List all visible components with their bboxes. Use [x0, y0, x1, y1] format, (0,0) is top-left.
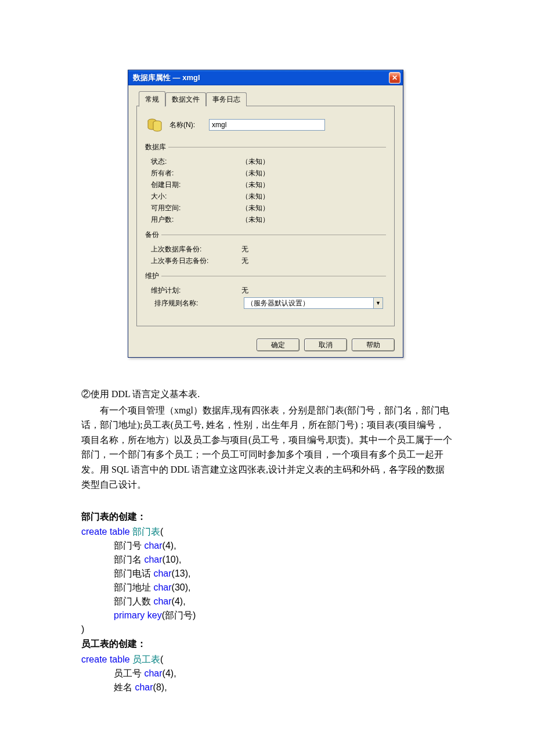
usercount-label: 用户数:: [149, 214, 241, 225]
tab-datafiles[interactable]: 数据文件: [165, 92, 206, 106]
kw-create-table: create table: [81, 527, 130, 537]
body-paragraph-1: 有一个项目管理（xmgl）数据库,现有四张表，分别是部门表(部门号，部门名，部门…: [81, 403, 453, 492]
help-button[interactable]: 帮助: [352, 339, 395, 351]
dept-col-3: 部门电话: [114, 568, 153, 578]
owner-value: （未知）: [241, 167, 385, 179]
dialog-button-row: 确定 取消 帮助: [128, 333, 403, 357]
dept-col-1-type: (4),: [163, 541, 176, 550]
name-input[interactable]: [209, 119, 325, 131]
freespace-label: 可用空间:: [149, 202, 241, 214]
name-label: 名称(N):: [169, 120, 209, 130]
maintplan-value: 无: [241, 285, 385, 296]
open-paren-2: (: [160, 654, 163, 664]
section-database: 数据库 状态:（未知） 所有者:（未知） 创建日期:（未知） 大小:（未知） 可…: [145, 142, 386, 226]
sql-dept: create table 部门表( 部门号 char(4), 部门名 char(…: [81, 525, 453, 636]
kw-char: char: [153, 568, 171, 578]
dept-pk: (部门号): [162, 610, 196, 620]
section-maintenance-legend: 维护: [145, 271, 161, 281]
lead-paragraph: ②使用 DDL 语言定义基本表.: [81, 387, 453, 402]
dept-col-1: 部门号: [114, 541, 144, 550]
status-value: （未知）: [241, 156, 385, 167]
dept-col-4-type: (30),: [172, 582, 191, 592]
emp-col-2-type: (8),: [153, 682, 167, 692]
tab-panel-general: 名称(N): 数据库 状态:（未知） 所有者:（未知） 创建日期:（未知） 大小…: [136, 106, 395, 326]
kw-primary-key: primary key: [114, 610, 162, 620]
freespace-value: （未知）: [241, 202, 385, 214]
section-database-legend: 数据库: [145, 142, 168, 152]
lastlogbackup-value: 无: [241, 255, 385, 267]
dept-col-4: 部门地址: [114, 582, 153, 592]
owner-label: 所有者:: [149, 167, 241, 179]
open-paren: (: [160, 527, 163, 537]
database-icon: [145, 116, 164, 134]
section-backup-legend: 备份: [145, 230, 161, 240]
maintplan-label: 维护计划:: [149, 285, 241, 296]
sql-emp: create table 员工表( 员工号 char(4), 姓名 char(8…: [81, 653, 453, 694]
heading-dept: 部门表的创建：: [81, 509, 453, 524]
size-value: （未知）: [241, 190, 385, 202]
tab-strip: 常规 数据文件 事务日志: [139, 91, 395, 106]
heading-emp: 员工表的创建：: [81, 636, 453, 651]
emp-col-1-type: (4),: [163, 668, 176, 678]
window-title: 数据库属性 — xmgl: [133, 73, 389, 83]
lastdbbackup-value: 无: [241, 243, 385, 255]
tab-general[interactable]: 常规: [139, 91, 165, 107]
lastlogbackup-label: 上次事务日志备份:: [149, 255, 241, 267]
tbl-emp: 员工表: [130, 654, 160, 664]
created-label: 创建日期:: [149, 179, 241, 190]
cancel-button[interactable]: 取消: [304, 339, 347, 351]
section-maintenance: 维护 维护计划:无 排序规则名称: （服务器默认设置） ▼: [145, 271, 386, 310]
collation-select[interactable]: （服务器默认设置） ▼: [244, 297, 383, 309]
emp-col-2: 姓名: [114, 682, 135, 692]
dept-col-3-type: (13),: [172, 568, 191, 578]
created-value: （未知）: [241, 179, 385, 190]
size-label: 大小:: [149, 190, 241, 202]
kw-char: char: [144, 541, 162, 550]
kw-char: char: [153, 596, 171, 606]
emp-col-1: 员工号: [114, 668, 144, 678]
close-button[interactable]: ✕: [389, 72, 400, 84]
db-properties-dialog: 数据库属性 — xmgl ✕ 常规 数据文件 事务日志: [128, 70, 403, 358]
document-body: ②使用 DDL 语言定义基本表. 有一个项目管理（xmgl）数据库,现有四张表，…: [81, 387, 453, 694]
lastdbbackup-label: 上次数据库备份:: [149, 243, 241, 255]
dept-col-5: 部门人数: [114, 596, 153, 606]
section-backup: 备份 上次数据库备份:无 上次事务日志备份:无: [145, 230, 386, 268]
ok-button[interactable]: 确定: [257, 339, 300, 351]
tbl-dept: 部门表: [130, 527, 160, 537]
usercount-value: （未知）: [241, 214, 385, 225]
kw-char: char: [153, 582, 171, 592]
collation-value: （服务器默认设置）: [244, 298, 373, 308]
kw-char: char: [144, 555, 162, 564]
kw-create-table-2: create table: [81, 654, 130, 664]
close-icon: ✕: [392, 74, 398, 82]
close-paren: ): [81, 624, 84, 634]
kw-char: char: [135, 682, 153, 692]
status-label: 状态:: [149, 156, 241, 167]
kw-char: char: [144, 668, 162, 678]
dept-col-2: 部门名: [114, 555, 144, 564]
dept-col-5-type: (4),: [172, 596, 186, 606]
chevron-down-icon: ▼: [373, 298, 383, 308]
titlebar: 数据库属性 — xmgl ✕: [128, 70, 403, 85]
dept-col-2-type: (10),: [163, 555, 182, 564]
tab-txlog[interactable]: 事务日志: [206, 92, 247, 106]
collation-label: 排序规则名称:: [149, 298, 244, 308]
